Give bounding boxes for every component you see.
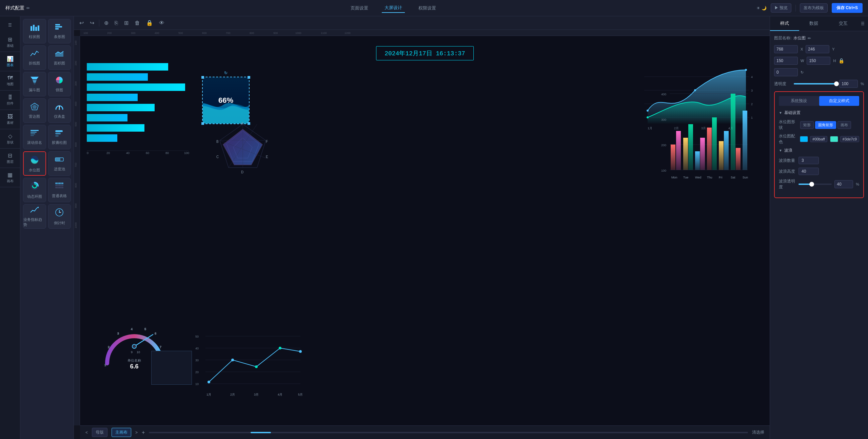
comp-area-chart[interactable]: 面积图 [48,45,71,70]
publish-template-button[interactable]: 发布为模板 [800,3,828,13]
sidebar-item-shape[interactable]: ◇ 形状 [2,132,19,146]
wave-opacity-input[interactable] [834,180,853,188]
comp-scroll-rank[interactable]: 滚动排名 [23,125,46,149]
sidebar-item-control[interactable]: 🎛 控件 [2,93,19,107]
svg-text:30: 30 [751,89,753,92]
svg-rect-5 [55,26,62,27]
rotate-input[interactable] [774,68,798,76]
sidebar-menu-icon[interactable]: ☰ [3,19,17,31]
redo-button[interactable]: ↪ [88,19,96,27]
save-button[interactable]: 保存 Ctrl+S [832,3,863,13]
empty-placeholder[interactable] [151,351,192,385]
sidebar-item-map[interactable]: 🗺 地图 [2,74,19,88]
resize-handle-tr[interactable] [248,76,250,79]
lock-aspect-icon[interactable]: 🔒 [839,58,844,63]
comp-bar-chart[interactable]: 柱状图 [23,19,46,43]
comp-countdown[interactable]: 倒计时 [48,204,71,229]
prev-tab-button[interactable]: < [85,430,88,435]
delete-button[interactable]: 🗑 [133,19,141,27]
preview-button[interactable]: ▶ 预览 [771,3,791,13]
svg-text:E: E [266,155,268,159]
x-input[interactable] [774,45,798,53]
sidebar-item-basic[interactable]: ⊞ 基础 [2,35,19,49]
parent-tab[interactable]: 母版 [92,428,107,437]
comp-normal-table[interactable]: 普通表格 [48,178,71,202]
radar-chart-canvas[interactable]: A F E D C B [216,121,270,176]
opacity-slider-track[interactable] [794,83,836,84]
layer-name-edit-icon[interactable]: ✏ [808,36,811,41]
svg-text:1月: 1月 [206,393,211,396]
water-level-canvas[interactable]: ↻ [202,77,250,124]
comp-hbar-chart[interactable]: 条形图 [48,19,71,43]
right-tab-data[interactable]: 数据 [799,16,828,31]
svg-text:400: 400 [74,101,77,106]
group-button[interactable]: ⊞ [123,19,130,27]
hbar-chart[interactable]: 0 20 40 60 80 100 [87,60,195,156]
comp-radar-chart[interactable]: 雷达图 [23,98,46,123]
theme-toggle[interactable]: ☀ 🌙 [756,6,766,11]
svg-text:B: B [216,140,219,144]
rotate-prop-row: ↻ [774,68,864,76]
shape-rounded-btn[interactable]: 圆角矩形 [815,121,836,129]
custom-style-tab[interactable]: 自定义样式 [819,96,860,106]
color-config-label: 水位图配色 [779,133,797,145]
comp-progress[interactable]: 进度池 [48,151,71,176]
main-canvas-tab[interactable]: 主画布 [112,428,131,437]
rotate-handle[interactable]: ↻ [224,71,228,75]
opacity-slider-thumb[interactable] [834,81,839,86]
svg-rect-138 [719,141,724,170]
shape-circle-btn[interactable]: 画布 [837,121,851,129]
right-tab-interact[interactable]: 交互 [829,16,858,31]
sidebar-item-canvas[interactable]: ▦ 画布 [2,171,19,184]
wave-opacity-slider-thumb[interactable] [809,182,814,187]
sidebar-item-asset[interactable]: 🖼 素材 [2,113,19,126]
paste-button[interactable]: ⎘ [113,19,119,27]
title-edit-icon[interactable]: ✏ [26,6,30,11]
comp-capsule-bar[interactable]: 胶囊柱图 [48,125,71,149]
comp-water-level[interactable]: 水位图 [23,151,46,176]
svg-point-87 [647,110,649,112]
undo-button[interactable]: ↩ [78,19,85,27]
canvas-scrollbar[interactable] [149,432,748,433]
system-preset-tab[interactable]: 系统预设 [779,96,819,106]
sidebar-section-map: 🗺 地图 [0,71,20,91]
tab-page-settings[interactable]: 页面设置 [348,4,371,13]
right-panel-menu-icon[interactable]: ☰ [858,16,868,31]
scrollbar-thumb[interactable] [251,432,271,433]
comp-kpi-trend[interactable]: 业务指标趋势 [23,204,46,229]
right-tab-style[interactable]: 样式 [770,16,799,31]
svg-text:300: 300 [661,118,666,121]
tab-auth-settings[interactable]: 权限设置 [416,4,439,13]
tab-big-screen[interactable]: 大屏设计 [382,3,405,13]
add-tab-button[interactable]: + [142,430,145,436]
opacity-input[interactable] [839,80,858,88]
wave-settings-section[interactable]: ▼ 波浪 [779,148,859,153]
w-input[interactable] [774,57,798,65]
resize-handle-tl[interactable] [201,76,204,79]
wave-height-input[interactable] [798,168,819,175]
lock-button[interactable]: 🔒 [145,19,154,27]
comp-pie-chart[interactable]: 饼图 [48,72,71,96]
comp-line-chart[interactable]: 折线图 [23,45,46,70]
h-input[interactable] [807,57,830,65]
wave-count-label: 波浪数量 [779,158,796,164]
comp-gauge-chart[interactable]: 仪表盘 [48,98,71,123]
sidebar-item-chart[interactable]: 📊 图表 [2,55,19,68]
eye-button[interactable]: 👁 [158,19,166,27]
color2-swatch[interactable] [830,136,838,142]
shape-rect-btn[interactable]: 矩形 [800,121,814,129]
line-chart-canvas[interactable]: 50 40 30 20 10 [195,329,304,405]
wave-opacity-slider-track[interactable] [798,184,832,185]
resize-handle-bl[interactable] [201,122,204,125]
canvas-content[interactable]: 2024年12月17日 16:13:37 0 20 40 60 80 1 [80,36,770,425]
next-tab-button[interactable]: > [135,430,138,435]
wave-count-input[interactable] [798,157,819,164]
basic-settings-section[interactable]: ▼ 基础设置 [779,110,859,116]
color1-swatch[interactable] [800,136,808,142]
comp-dynamic-ring[interactable]: 动态环图 [23,178,46,202]
multibar-chart[interactable]: 400 300 200 100 [661,90,749,207]
y-input[interactable] [806,45,829,53]
copy-button[interactable]: ⊕ [103,19,110,27]
comp-funnel-chart[interactable]: 漏斗图 [23,72,46,96]
sidebar-item-layer[interactable]: ⊟ 图层 [2,151,19,165]
